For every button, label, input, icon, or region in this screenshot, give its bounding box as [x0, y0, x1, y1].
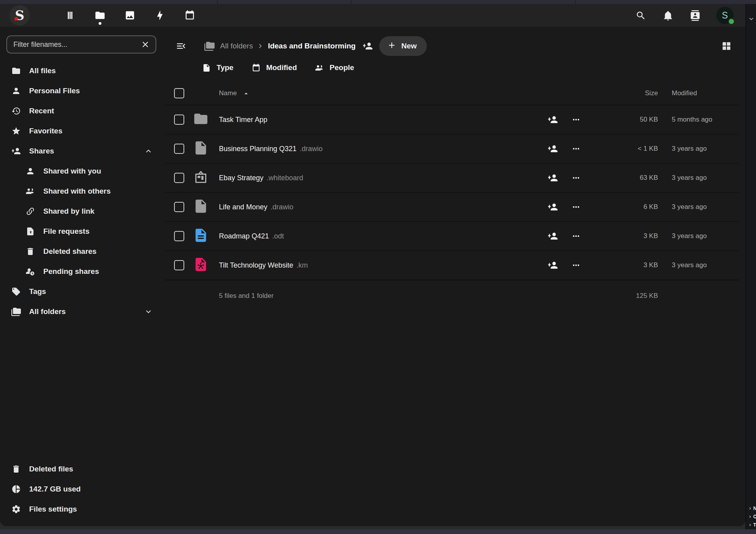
taskbar-strip — [0, 529, 756, 534]
sidebar-item-shares[interactable]: Shares — [0, 141, 163, 161]
photos-app-icon[interactable] — [123, 7, 137, 23]
row-checkbox[interactable] — [174, 144, 184, 154]
file-extension: .km — [296, 261, 308, 270]
table-row[interactable]: Tilt Technology Website.km3 KB3 years ag… — [165, 250, 739, 279]
share-icon[interactable] — [548, 231, 558, 241]
edge-panel-item[interactable]: T — [748, 522, 756, 528]
calendar-icon — [252, 63, 261, 72]
active-app-dot — [99, 22, 102, 25]
sidebar-item-pending-shares[interactable]: Pending shares — [0, 261, 163, 281]
share-icon[interactable] — [548, 260, 558, 270]
delete-icon — [11, 464, 21, 474]
file-name[interactable]: Business Planning Q321 — [219, 145, 296, 153]
user-avatar[interactable]: S — [716, 7, 734, 24]
file-extension: .drawio — [300, 145, 322, 153]
app-logo[interactable]: S — [9, 5, 30, 26]
contacts-icon[interactable] — [689, 9, 701, 21]
column-size[interactable]: Size — [607, 89, 658, 97]
sidebar-item-shared-with-you[interactable]: Shared with you — [0, 161, 163, 181]
row-checkbox[interactable] — [174, 115, 184, 125]
row-checkbox[interactable] — [174, 260, 184, 270]
column-modified[interactable]: Modified — [658, 89, 739, 97]
file-name[interactable]: Task Timer App — [219, 116, 267, 124]
filter-chip-type[interactable]: Type — [202, 63, 233, 72]
account-clock-icon — [25, 267, 35, 276]
actions-menu-icon[interactable] — [571, 261, 581, 270]
sidebar-item-label: Shares — [29, 147, 54, 155]
share-folder-icon[interactable] — [363, 41, 373, 51]
file-name[interactable]: Roadmap Q421 — [219, 232, 269, 240]
edge-panel-item[interactable]: O — [748, 514, 756, 519]
filter-chip-label: Modified — [266, 63, 297, 72]
file-file-icon — [193, 140, 209, 157]
table-row[interactable]: Ebay Strategy.whiteboard63 KB3 years ago — [165, 163, 739, 192]
file-name[interactable]: Ebay Strategy — [219, 174, 263, 182]
share-icon[interactable] — [548, 144, 558, 154]
chevron-up-icon[interactable] — [144, 146, 153, 156]
table-row[interactable]: Task Timer App50 KB5 months ago — [165, 105, 739, 134]
sidebar-item-file-requests[interactable]: File requests — [0, 221, 163, 241]
share-icon[interactable] — [548, 115, 558, 125]
actions-menu-icon[interactable] — [571, 115, 581, 124]
chevron-down-icon[interactable] — [144, 307, 153, 316]
new-button[interactable]: New — [379, 36, 427, 56]
sidebar-item-142-7-gb-used[interactable]: 142.7 GB used — [0, 479, 163, 499]
share-icon[interactable] — [548, 173, 558, 183]
chart-pie-icon — [11, 484, 21, 494]
row-checkbox[interactable] — [174, 231, 184, 241]
actions-menu-icon[interactable] — [571, 231, 581, 241]
view-grid-icon[interactable] — [719, 39, 734, 53]
close-icon[interactable] — [140, 39, 151, 50]
sidebar-item-deleted-shares[interactable]: Deleted shares — [0, 241, 163, 261]
filter-chip-modified[interactable]: Modified — [252, 63, 297, 72]
actions-menu-icon[interactable] — [571, 202, 581, 212]
sidebar-item-label: Shared with you — [43, 167, 101, 176]
activity-app-icon[interactable] — [153, 7, 167, 23]
select-all-checkbox[interactable] — [174, 88, 184, 98]
sidebar-item-shared-with-others[interactable]: Shared with others — [0, 181, 163, 201]
search-icon[interactable] — [635, 9, 647, 21]
sidebar-item-files-settings[interactable]: Files settings — [0, 499, 163, 519]
filter-input[interactable] — [13, 41, 140, 49]
sidebar-item-label: Files settings — [29, 505, 77, 514]
column-name[interactable]: Name — [219, 89, 237, 97]
actions-menu-icon[interactable] — [571, 144, 581, 153]
file-name[interactable]: Life and Money — [219, 203, 267, 211]
file-size: 6 KB — [607, 203, 658, 211]
sidebar-item-deleted-files[interactable]: Deleted files — [0, 459, 163, 479]
sidebar-item-shared-by-link[interactable]: Shared by link — [0, 201, 163, 221]
star-icon — [11, 126, 21, 136]
file-name[interactable]: Tilt Technology Website — [219, 261, 293, 270]
dashboard-app-icon[interactable] — [63, 7, 77, 23]
sidebar-item-all-files[interactable]: All files — [0, 61, 163, 81]
sidebar-item-label: Favorites — [29, 127, 62, 135]
sidebar-item-all-folders[interactable]: All folders — [0, 301, 163, 322]
actions-menu-icon[interactable] — [571, 173, 581, 183]
file-modified: 5 months ago — [658, 116, 739, 124]
link-icon — [25, 207, 35, 216]
calendar-app-icon[interactable] — [183, 7, 196, 23]
breadcrumb-root[interactable]: All folders — [220, 42, 253, 50]
chevron-down-icon[interactable] — [747, 15, 755, 24]
sidebar-item-favorites[interactable]: Favorites — [0, 121, 163, 141]
row-checkbox[interactable] — [174, 173, 184, 183]
edge-panel-item-label: T — [753, 522, 756, 528]
share-icon[interactable] — [548, 202, 558, 212]
edge-panel-item[interactable]: N — [748, 506, 756, 511]
table-row[interactable]: Life and Money.drawio6 KB3 years ago — [165, 192, 739, 221]
filter-chip-people[interactable]: People — [315, 63, 354, 72]
files-app-icon[interactable] — [93, 7, 107, 23]
row-checkbox[interactable] — [174, 202, 184, 212]
bell-icon[interactable] — [662, 9, 674, 21]
collapse-sidebar-icon[interactable] — [174, 39, 188, 53]
table-row[interactable]: Business Planning Q321.drawio< 1 KB3 yea… — [165, 134, 739, 163]
file-modified: 3 years ago — [658, 232, 739, 240]
avatar-letter: S — [722, 10, 728, 21]
sidebar-item-personal-files[interactable]: Personal Files — [0, 81, 163, 101]
whiteboard-file-icon — [193, 169, 209, 187]
sidebar-item-tags[interactable]: Tags — [0, 281, 163, 301]
sidebar-item-recent[interactable]: Recent — [0, 101, 163, 121]
file-size: 63 KB — [607, 174, 658, 182]
file-upload-icon — [25, 227, 35, 236]
table-row[interactable]: Roadmap Q421.odt3 KB3 years ago — [165, 221, 739, 250]
